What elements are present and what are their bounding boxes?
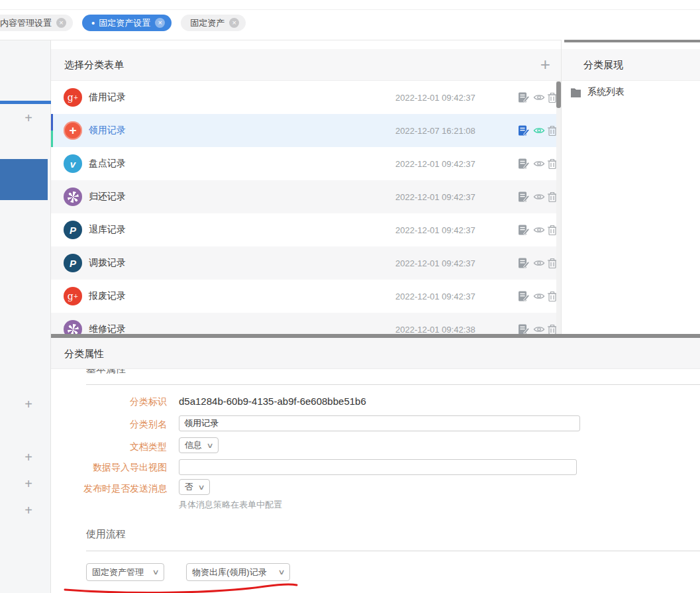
list-item-label: 报废记录: [89, 290, 126, 302]
edit-icon[interactable]: [518, 257, 530, 269]
tab-bar: 内容管理设置×•固定资产设置×固定资产×: [0, 0, 700, 40]
sidebar-add-icon[interactable]: +: [21, 110, 36, 126]
panel-header: 分类展现: [562, 49, 700, 81]
eye-icon[interactable]: [533, 224, 545, 236]
eye-icon[interactable]: [533, 257, 545, 269]
notify-hint: 具体消息策略在表单中配置: [179, 499, 282, 511]
sidebar-add-icon[interactable]: +: [21, 449, 36, 465]
plus-badge-icon: +: [64, 121, 82, 140]
chevron-down-icon: ∨: [206, 441, 213, 450]
list-item[interactable]: 归还记录2022-12-01 09:42:37: [51, 180, 561, 213]
edit-icon[interactable]: [518, 191, 530, 203]
add-icon[interactable]: +: [540, 49, 550, 81]
notify-select[interactable]: 否 ∨: [179, 479, 210, 495]
splitter-handle[interactable]: [564, 40, 700, 42]
tab-label: 固定资产: [190, 17, 225, 29]
sidebar-selection-bar: [0, 101, 51, 104]
field-label-id: 分类标识: [51, 396, 167, 408]
scrollbar-thumb[interactable]: [556, 81, 561, 108]
list-item-timestamp: 2022-12-01 09:42:37: [395, 225, 475, 235]
section-divider: [86, 551, 700, 551]
field-label-notify: 发布时是否发送消息: [51, 483, 167, 495]
edit-icon[interactable]: [518, 91, 530, 103]
scrollbar-track: [556, 81, 561, 334]
sidebar-add-icon[interactable]: +: [21, 476, 36, 492]
panel-header: 选择分类表单 +: [51, 49, 561, 81]
list-item[interactable]: g+报废记录2022-12-01 09:42:37: [51, 280, 561, 313]
list-item[interactable]: P退库记录2022-12-01 09:42:37: [51, 213, 561, 246]
sidebar-add-icon[interactable]: +: [21, 502, 36, 518]
panel-title: 分类属性: [64, 348, 104, 359]
edit-icon[interactable]: [518, 158, 530, 170]
red-annotation-line: [60, 578, 318, 593]
left-sidebar: +++++: [0, 40, 51, 593]
list-item[interactable]: g+借用记录2022-12-01 09:42:37: [51, 81, 561, 114]
chevron-down-icon: ∨: [197, 483, 205, 492]
tab-row: 内容管理设置×•固定资产设置×固定资产×: [0, 15, 246, 31]
section-title-basic: 基本属性: [86, 369, 126, 376]
field-label-alias: 分类别名: [51, 419, 167, 431]
field-value-id: d5a1284b-60b9-4135-ab9f-6e608bbe51b6: [179, 396, 366, 407]
panel-title: 分类展现: [583, 59, 623, 70]
close-icon[interactable]: ×: [229, 18, 239, 28]
google-plus-icon: g+: [64, 287, 82, 305]
list-item-label: 维修记录: [89, 323, 126, 334]
doctype-select[interactable]: 信息 ∨: [179, 437, 219, 453]
top-divider: [0, 9, 700, 10]
folder-icon: [570, 87, 581, 97]
sidebar-active-item[interactable]: [0, 159, 48, 200]
active-dot-icon: •: [91, 18, 95, 28]
tab-0[interactable]: 内容管理设置×: [0, 15, 73, 31]
edit-icon[interactable]: [518, 224, 530, 236]
picasa-icon: [64, 188, 82, 206]
paypal-icon: P: [64, 221, 82, 239]
panel-header: 分类属性: [51, 338, 700, 369]
alias-input[interactable]: [179, 415, 580, 431]
list-item-label: 盘点记录: [89, 158, 126, 170]
list-item-timestamp: 2022-12-07 16:21:08: [395, 126, 475, 136]
panel-title: 选择分类表单: [64, 59, 124, 70]
category-properties-panel: 分类属性 基本属性 分类标识 d5a1284b-60b9-4135-ab9f-6…: [51, 338, 700, 593]
close-icon[interactable]: ×: [56, 18, 66, 28]
select-value: 否: [185, 481, 193, 493]
list-item-label: 归还记录: [89, 191, 126, 203]
eye-icon[interactable]: [533, 125, 545, 136]
list-item-timestamp: 2022-12-01 09:42:37: [395, 292, 475, 301]
eye-icon[interactable]: [533, 91, 545, 103]
list-item-timestamp: 2022-12-01 09:42:37: [395, 93, 475, 103]
list-item-timestamp: 2022-12-01 09:42:37: [395, 258, 475, 268]
app-window: 内容管理设置×•固定资产设置×固定资产× +++++ 选择分类表单 + g+借用…: [0, 0, 700, 593]
edit-icon[interactable]: [518, 125, 530, 136]
field-label-doctype: 文档类型: [51, 441, 167, 453]
eye-icon[interactable]: [533, 323, 545, 334]
edit-icon[interactable]: [518, 323, 530, 334]
eye-icon[interactable]: [533, 290, 545, 302]
select-value: 物资出库(领用)记录: [192, 566, 267, 578]
list-item-timestamp: 2022-12-01 09:42:37: [395, 159, 475, 169]
field-label-view: 数据导入导出视图: [51, 462, 167, 474]
list-item-timestamp: 2022-12-01 09:42:37: [395, 192, 475, 202]
section-title-flow: 使用流程: [86, 528, 126, 541]
close-icon[interactable]: ×: [155, 18, 165, 28]
select-value: 固定资产管理: [92, 566, 144, 578]
list-item-timestamp: 2022-12-01 09:42:38: [395, 325, 475, 335]
chevron-down-icon: ∨: [152, 568, 159, 576]
list-item[interactable]: 维修记录2022-12-01 09:42:38: [51, 313, 561, 334]
edit-icon[interactable]: [518, 290, 530, 302]
tab-1[interactable]: •固定资产设置×: [82, 15, 172, 31]
list-item[interactable]: +领用记录2022-12-07 16:21:08: [51, 114, 561, 147]
list-item[interactable]: v盘点记录2022-12-01 09:42:37: [51, 147, 561, 180]
select-value: 信息: [185, 439, 202, 451]
section-divider: [86, 384, 700, 385]
list-item-system-list[interactable]: 系统列表: [570, 86, 625, 98]
vimeo-icon: v: [64, 154, 82, 173]
list-item[interactable]: P调拨记录2022-12-01 09:42:37: [51, 246, 561, 280]
google-plus-icon: g+: [64, 88, 82, 107]
tab-2[interactable]: 固定资产×: [181, 15, 246, 31]
eye-icon[interactable]: [533, 191, 545, 203]
sidebar-add-icon[interactable]: +: [21, 396, 36, 412]
list-item-label: 领用记录: [89, 125, 126, 136]
eye-icon[interactable]: [533, 158, 545, 170]
list-item-label: 系统列表: [587, 86, 625, 98]
import-export-view-input[interactable]: [179, 459, 577, 475]
